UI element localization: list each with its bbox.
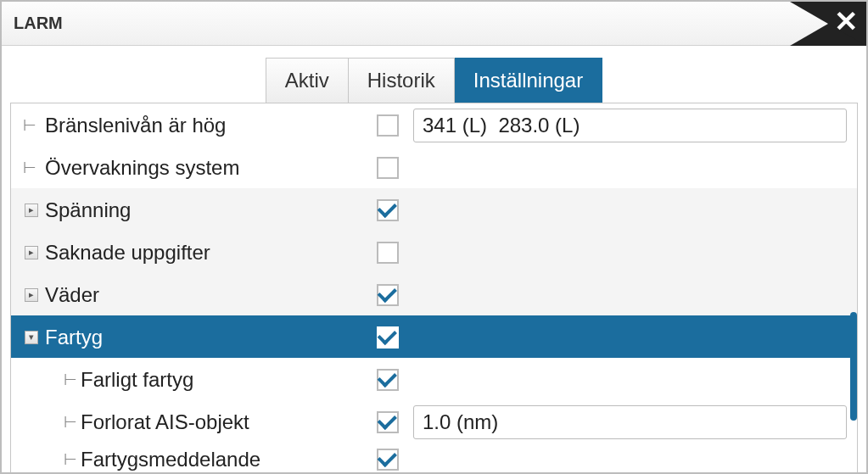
checkbox-fartyg[interactable] xyxy=(377,326,399,349)
checkbox-overvakning[interactable] xyxy=(377,157,399,179)
row-forlorat-ais: ⊢Forlorat AIS-objekt xyxy=(11,400,857,443)
row-overvakning: ⊢ Övervaknings system xyxy=(11,146,857,188)
row-label: Bränslenivån är hög xyxy=(40,114,362,137)
tab-installningar[interactable]: Inställningar xyxy=(455,58,602,103)
tree-tick-icon: ⊢ xyxy=(64,413,77,432)
checkbox-fartygsmeddelande[interactable] xyxy=(377,449,399,471)
row-fartygsmeddelande: ⊢Fartygsmeddelande xyxy=(11,443,857,474)
tree-tick-icon: ⊢ xyxy=(64,371,77,389)
row-fartyg[interactable]: ▾ Fartyg xyxy=(11,315,857,358)
row-label: Farligt fartyg xyxy=(81,368,193,392)
tab-historik[interactable]: Historik xyxy=(349,58,455,103)
row-saknade[interactable]: ▸ Saknade uppgifter xyxy=(11,231,857,273)
value-forlorat-ais[interactable] xyxy=(413,405,847,439)
row-label: Spänning xyxy=(40,198,362,222)
row-label: Fartyg xyxy=(40,326,362,349)
dialog-title: LARM xyxy=(14,14,63,33)
expand-icon[interactable]: ▸ xyxy=(25,288,38,302)
checkbox-forlorat-ais[interactable] xyxy=(377,411,399,433)
row-label: Övervaknings system xyxy=(40,156,362,180)
scrollbar-thumb[interactable] xyxy=(850,312,857,421)
checkbox-vader[interactable] xyxy=(377,284,399,306)
close-icon[interactable]: ✕ xyxy=(834,7,858,36)
dialog-header: LARM ✕ xyxy=(2,2,866,46)
row-branslenivan: ⊢ Bränslenivån är hög xyxy=(11,103,857,146)
row-label: Saknade uppgifter xyxy=(40,241,362,265)
row-label: Väder xyxy=(40,283,362,307)
row-label: Fartygsmeddelande xyxy=(81,448,260,471)
collapse-icon[interactable]: ▾ xyxy=(25,331,38,344)
tree-tick-icon: ⊢ xyxy=(23,116,36,135)
checkbox-branslenivan[interactable] xyxy=(377,114,399,137)
checkbox-saknade[interactable] xyxy=(377,242,399,264)
row-label: Forlorat AIS-objekt xyxy=(81,410,249,434)
value-branslenivan[interactable] xyxy=(413,109,847,142)
expand-icon[interactable]: ▸ xyxy=(25,246,38,259)
expand-icon[interactable]: ▸ xyxy=(25,204,38,217)
tab-bar: Aktiv Historik Inställningar xyxy=(2,58,866,103)
settings-panel: ⊢ Bränslenivån är hög ⊢ Övervaknings sys… xyxy=(10,103,858,474)
tab-aktiv[interactable]: Aktiv xyxy=(266,58,349,103)
tree-tick-icon: ⊢ xyxy=(23,159,36,177)
tree-tick-icon: ⊢ xyxy=(64,450,77,469)
row-farligt-fartyg: ⊢Farligt fartyg xyxy=(11,358,857,400)
checkbox-farligt-fartyg[interactable] xyxy=(377,369,399,391)
row-spanning[interactable]: ▸ Spänning xyxy=(11,188,857,231)
checkbox-spanning[interactable] xyxy=(377,199,399,221)
row-vader[interactable]: ▸ Väder xyxy=(11,273,857,315)
